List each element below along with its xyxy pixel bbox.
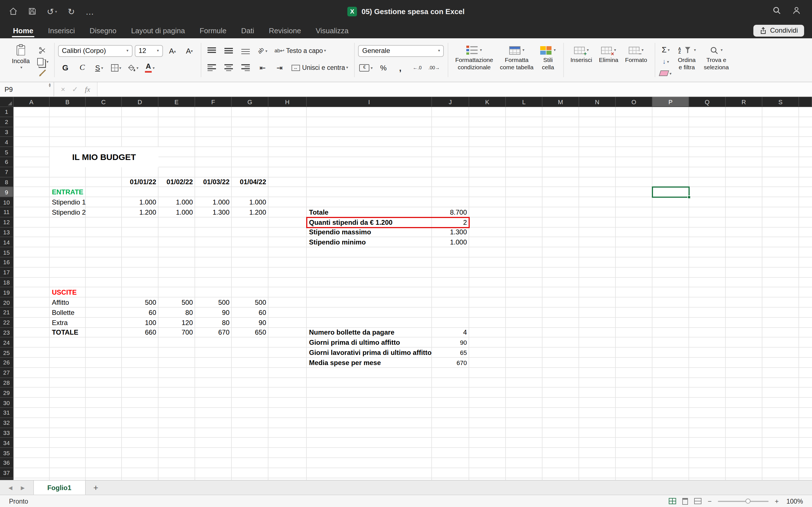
- cell-J13[interactable]: 1.300: [432, 227, 469, 237]
- increase-indent-button[interactable]: ⇥: [272, 61, 287, 74]
- cell-I25[interactable]: Giorni lavorativi prima di ultimo affitt…: [307, 348, 432, 358]
- row-header-15[interactable]: 15: [0, 247, 13, 258]
- font-color-button[interactable]: A▾: [143, 61, 157, 74]
- row-header-12[interactable]: 12: [0, 217, 13, 228]
- copy-button[interactable]: ▾: [36, 56, 50, 67]
- cell-F8[interactable]: 01/03/22: [195, 177, 232, 187]
- cell-E23[interactable]: 700: [158, 328, 195, 338]
- sort-filter-button[interactable]: AZ ▾ Ordina e filtra: [674, 43, 699, 82]
- tab-revisione[interactable]: Revisione: [262, 22, 308, 38]
- row-header-24[interactable]: 24: [0, 338, 13, 348]
- normal-view-button[interactable]: [669, 498, 676, 504]
- increase-decimal-button[interactable]: ←.0: [410, 61, 424, 74]
- autosum-button[interactable]: Σ▾: [658, 44, 673, 55]
- italic-button[interactable]: C: [75, 61, 90, 74]
- fill-handle[interactable]: [688, 195, 691, 199]
- row-header-35[interactable]: 35: [0, 448, 13, 458]
- col-header-A[interactable]: A: [13, 97, 50, 107]
- name-box[interactable]: P9 ▴▾: [0, 82, 54, 96]
- zoom-slider-thumb[interactable]: [746, 498, 751, 503]
- row-header-18[interactable]: 18: [0, 277, 13, 288]
- row-header-23[interactable]: 23: [0, 328, 13, 338]
- more-commands-button[interactable]: …: [86, 7, 94, 15]
- cell-J14[interactable]: 1.000: [432, 237, 469, 247]
- col-header-F[interactable]: F: [195, 97, 232, 107]
- insert-cells-button[interactable]: +▾ Inserisci: [567, 43, 596, 82]
- align-left-button[interactable]: [205, 61, 219, 74]
- share-button[interactable]: Condividi: [753, 24, 804, 36]
- row-header-32[interactable]: 32: [0, 418, 13, 428]
- underline-button[interactable]: S▾: [92, 61, 107, 74]
- undo-button[interactable]: ↺▾: [47, 7, 57, 15]
- cell-F10[interactable]: 1.000: [195, 197, 232, 207]
- cell-E11[interactable]: 1.000: [158, 207, 195, 217]
- vertical-align-top-button[interactable]: [205, 45, 219, 57]
- row-header-37[interactable]: 37: [0, 468, 13, 478]
- vertical-align-bottom-button[interactable]: [239, 45, 253, 57]
- format-cells-button[interactable]: −▾ Formato: [622, 43, 651, 82]
- select-all-corner[interactable]: [0, 97, 13, 107]
- cell-D10[interactable]: 1.000: [122, 197, 158, 207]
- col-header-I[interactable]: I: [307, 97, 432, 107]
- row-header-3[interactable]: 3: [0, 127, 13, 137]
- number-format-select[interactable]: Generale ▾: [358, 45, 444, 57]
- wrap-text-button[interactable]: ab↩ Testo a capo ▾: [272, 45, 328, 57]
- col-header-K[interactable]: K: [469, 97, 506, 107]
- paste-button[interactable]: Incolla ▾: [8, 43, 33, 82]
- col-header-R[interactable]: R: [726, 97, 762, 107]
- cell-F11[interactable]: 1.300: [195, 207, 232, 217]
- col-header-partial[interactable]: [799, 97, 812, 107]
- cell-J26[interactable]: 670: [432, 358, 469, 368]
- cut-button[interactable]: [36, 45, 50, 56]
- cell-I14[interactable]: Stipendio minimo: [307, 237, 432, 247]
- cell-I11[interactable]: Totale: [307, 207, 432, 217]
- cell-J24[interactable]: 90: [432, 338, 469, 348]
- redo-button[interactable]: ↻: [68, 7, 75, 15]
- row-header-22[interactable]: 22: [0, 318, 13, 328]
- cell-E8[interactable]: 01/02/22: [158, 177, 195, 187]
- cell-I24[interactable]: Giorni prima di ultimo affitto: [307, 338, 432, 348]
- align-center-button[interactable]: [221, 61, 236, 74]
- col-header-J[interactable]: J: [432, 97, 469, 107]
- zoom-slider[interactable]: [718, 501, 769, 502]
- col-header-D[interactable]: D: [122, 97, 158, 107]
- sheet-tab-foglio1[interactable]: Foglio1: [33, 481, 86, 495]
- percent-format-button[interactable]: %: [376, 61, 391, 74]
- cell-B23[interactable]: TOTALE: [50, 328, 86, 338]
- row-header-19[interactable]: 19: [0, 288, 13, 298]
- row-header-8[interactable]: 8: [0, 177, 13, 187]
- cell-F23[interactable]: 670: [195, 328, 232, 338]
- row-header-29[interactable]: 29: [0, 388, 13, 398]
- bold-button[interactable]: G: [58, 61, 73, 74]
- cell-F21[interactable]: 90: [195, 307, 232, 318]
- currency-format-button[interactable]: €▾: [358, 61, 374, 74]
- find-select-button[interactable]: ▾ Trova e seleziona: [700, 43, 732, 82]
- col-header-M[interactable]: M: [543, 97, 579, 107]
- row-header-5[interactable]: 5: [0, 147, 13, 157]
- cell-G21[interactable]: 60: [232, 307, 268, 318]
- cell-B10[interactable]: Stipendio 1: [50, 197, 86, 207]
- cell-F20[interactable]: 500: [195, 297, 232, 307]
- row-header-25[interactable]: 25: [0, 348, 13, 358]
- cell-B5[interactable]: IL MIO BUDGET: [50, 147, 158, 167]
- cell-D11[interactable]: 1.200: [122, 207, 158, 217]
- row-header-20[interactable]: 20: [0, 297, 13, 307]
- page-break-view-button[interactable]: [694, 498, 702, 504]
- row-header-31[interactable]: 31: [0, 408, 13, 418]
- grow-font-button[interactable]: A▴: [165, 45, 180, 57]
- fill-color-button[interactable]: ▾: [126, 61, 140, 74]
- tab-dati[interactable]: Dati: [234, 22, 261, 38]
- col-header-G[interactable]: G: [232, 97, 268, 107]
- cell-D21[interactable]: 60: [122, 307, 158, 318]
- cell-E10[interactable]: 1.000: [158, 197, 195, 207]
- clear-button[interactable]: ▾: [658, 68, 673, 79]
- cell-B21[interactable]: Bollette: [50, 307, 86, 318]
- decrease-indent-button[interactable]: ⇤: [255, 61, 270, 74]
- prev-sheet-button[interactable]: ◀: [8, 485, 12, 490]
- cell-G11[interactable]: 1.200: [232, 207, 268, 217]
- row-header-2[interactable]: 2: [0, 117, 13, 127]
- row-header-36[interactable]: 36: [0, 458, 13, 468]
- zoom-in-button[interactable]: +: [775, 497, 779, 505]
- cell-I13[interactable]: Stipendio massimo: [307, 227, 432, 237]
- row-header-14[interactable]: 14: [0, 237, 13, 247]
